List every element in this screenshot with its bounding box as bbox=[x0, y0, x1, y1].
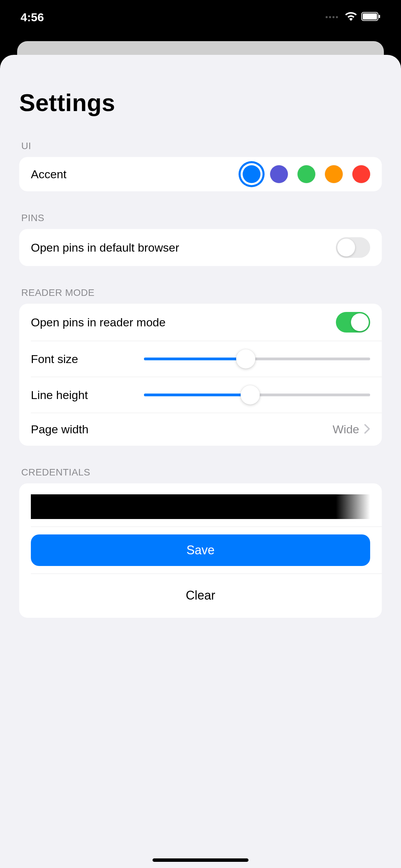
chevron-right-icon bbox=[364, 424, 370, 435]
home-indicator[interactable] bbox=[153, 858, 248, 862]
accent-swatches bbox=[243, 165, 370, 183]
section-ui: Accent bbox=[19, 157, 382, 191]
accent-swatch-blue[interactable] bbox=[243, 165, 260, 183]
credentials-input-row bbox=[19, 483, 382, 527]
settings-sheet: Settings UI Accent PINS Open pins in def… bbox=[0, 55, 401, 868]
status-bar: 4:56 bbox=[0, 0, 401, 34]
status-icons bbox=[326, 12, 380, 22]
open-reader-mode-toggle[interactable] bbox=[336, 312, 370, 333]
section-credentials: Save Clear bbox=[19, 483, 382, 618]
section-reader: Open pins in reader mode Font size Line … bbox=[19, 304, 382, 446]
line-height-label: Line height bbox=[31, 388, 88, 402]
section-header-pins: PINS bbox=[0, 213, 401, 224]
wifi-icon bbox=[345, 12, 357, 22]
open-reader-mode-label: Open pins in reader mode bbox=[31, 316, 166, 329]
open-default-browser-toggle[interactable] bbox=[336, 237, 370, 258]
accent-row: Accent bbox=[19, 157, 382, 191]
status-time: 4:56 bbox=[21, 11, 44, 24]
accent-swatch-orange[interactable] bbox=[325, 165, 343, 183]
font-size-slider[interactable] bbox=[144, 349, 370, 369]
accent-swatch-green[interactable] bbox=[297, 165, 315, 183]
accent-swatch-red[interactable] bbox=[352, 165, 370, 183]
page-width-label: Page width bbox=[31, 423, 88, 436]
accent-swatch-indigo[interactable] bbox=[270, 165, 288, 183]
credentials-field[interactable] bbox=[31, 494, 370, 519]
line-height-slider[interactable] bbox=[144, 385, 370, 405]
accent-label: Accent bbox=[31, 168, 66, 181]
section-header-reader: READER MODE bbox=[0, 287, 401, 298]
page-width-value: Wide bbox=[333, 423, 359, 436]
clear-button[interactable]: Clear bbox=[31, 581, 370, 610]
font-size-label: Font size bbox=[31, 352, 78, 366]
svg-rect-1 bbox=[363, 13, 377, 20]
page-width-row[interactable]: Page width Wide bbox=[31, 413, 382, 446]
open-reader-mode-row: Open pins in reader mode bbox=[19, 304, 382, 341]
section-header-credentials: CREDENTIALS bbox=[0, 467, 401, 478]
signal-dots-icon bbox=[326, 16, 338, 18]
page-title: Settings bbox=[0, 89, 401, 117]
open-default-browser-label: Open pins in default browser bbox=[31, 241, 179, 254]
open-default-browser-row: Open pins in default browser bbox=[19, 229, 382, 266]
section-pins: Open pins in default browser bbox=[19, 229, 382, 266]
line-height-row: Line height bbox=[31, 377, 382, 413]
save-button[interactable]: Save bbox=[31, 534, 370, 566]
battery-icon bbox=[361, 12, 380, 22]
font-size-row: Font size bbox=[31, 341, 382, 377]
section-header-ui: UI bbox=[0, 141, 401, 152]
svg-rect-2 bbox=[379, 15, 380, 18]
